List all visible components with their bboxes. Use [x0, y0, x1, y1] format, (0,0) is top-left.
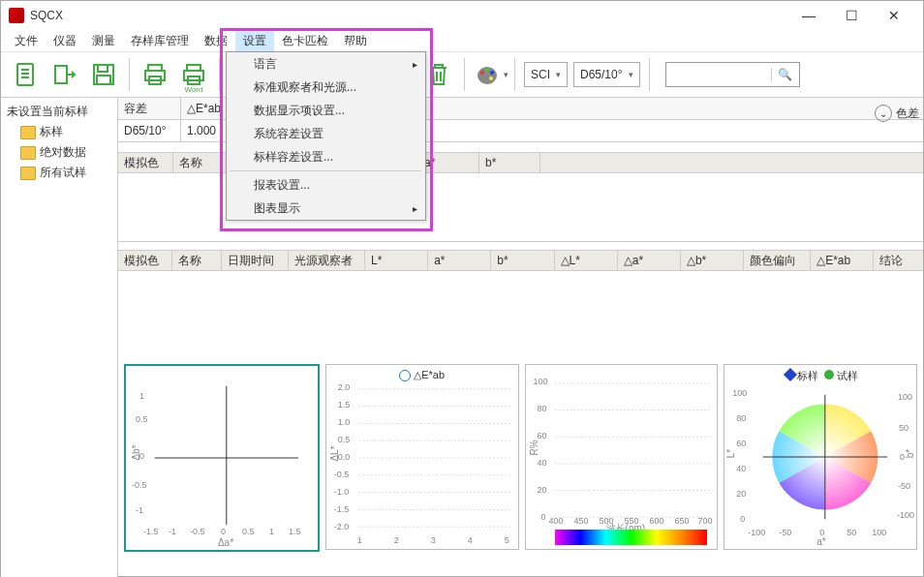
- print-button[interactable]: [138, 56, 172, 93]
- spectrum-bar: [555, 530, 708, 545]
- menu-instrument[interactable]: 仪器: [46, 31, 84, 51]
- menu-settings[interactable]: 设置: [235, 31, 274, 51]
- submenu-arrow-icon: ▸: [413, 203, 417, 214]
- sci-value: SCI: [531, 68, 550, 81]
- chart-color-space: 标样 试样: [724, 364, 917, 550]
- sample-grid-header: 模拟色 名称 日期时间 光源观察者 L* a* b* △L* △a* △b* 颜…: [118, 250, 923, 271]
- menu-data[interactable]: 数据: [197, 31, 235, 51]
- svg-point-13: [485, 68, 489, 72]
- sidebar: 未设置当前标样 标样 绝对数据 所有试样: [1, 98, 118, 577]
- titlebar: SQCX — ☐ ✕: [1, 1, 923, 30]
- menu-measure[interactable]: 测量: [84, 31, 123, 51]
- svg-rect-3: [98, 65, 108, 72]
- delete-button[interactable]: [421, 56, 456, 93]
- new-doc-button[interactable]: [9, 56, 44, 93]
- app-icon: [9, 8, 24, 23]
- export-button[interactable]: [47, 56, 82, 93]
- chart-spectrum: R% 100 80 60 40 20 0 400 450 500 550 600…: [525, 364, 719, 550]
- menu-display[interactable]: 数据显示项设置...: [227, 99, 425, 122]
- menu-stdtol[interactable]: 标样容差设置...: [227, 145, 425, 168]
- close-button[interactable]: ✕: [873, 2, 915, 29]
- chevron-down-icon: ⌄: [875, 105, 892, 122]
- tree-item-absolute[interactable]: 绝对数据: [5, 142, 113, 163]
- menu-colorcard[interactable]: 色卡匹检: [274, 31, 336, 51]
- charts-row: Δb* Δa* 1 0.5 0 -0.5 -1 -1.5 -1 -0.5 0 0…: [118, 358, 923, 558]
- menu-report[interactable]: 报表设置...: [227, 173, 425, 197]
- settings-dropdown: 语言▸ 标准观察者和光源... 数据显示项设置... 系统容差设置 标样容差设置…: [226, 51, 426, 221]
- search-icon[interactable]: 🔍: [771, 68, 799, 81]
- menu-help[interactable]: 帮助: [336, 31, 375, 51]
- tree-root[interactable]: 未设置当前标样: [5, 102, 113, 122]
- word-button[interactable]: Word: [176, 56, 211, 93]
- colordiff-toggle[interactable]: ⌄ 色差: [875, 105, 919, 122]
- svg-point-15: [489, 76, 493, 80]
- svg-rect-1: [55, 66, 67, 83]
- minimize-button[interactable]: —: [787, 2, 830, 29]
- menu-language[interactable]: 语言▸: [227, 52, 425, 76]
- tree-item-standard[interactable]: 标样: [5, 122, 113, 142]
- folder-icon: [20, 126, 36, 139]
- menu-library[interactable]: 存样库管理: [123, 31, 197, 51]
- svg-point-14: [490, 71, 494, 75]
- svg-rect-4: [97, 76, 110, 84]
- tolerance-label: 容差: [118, 98, 181, 119]
- menu-observer[interactable]: 标准观察者和光源...: [227, 76, 425, 99]
- sci-combo[interactable]: SCI▾: [524, 62, 568, 87]
- window-title: SQCX: [30, 9, 787, 22]
- maximize-button[interactable]: ☐: [830, 2, 873, 29]
- submenu-arrow-icon: ▸: [413, 59, 417, 70]
- menu-file[interactable]: 文件: [7, 31, 46, 51]
- svg-point-12: [480, 71, 484, 75]
- illuminant-value: D65/10°: [580, 68, 623, 81]
- folder-icon: [20, 167, 36, 180]
- search-input[interactable]: [666, 64, 771, 85]
- tree-item-samples[interactable]: 所有试样: [5, 163, 113, 183]
- menubar: 文件 仪器 测量 存样库管理 数据 设置 色卡匹检 帮助: [1, 30, 923, 52]
- menu-chartdisp[interactable]: 图表显示▸: [227, 197, 425, 220]
- menu-systol[interactable]: 系统容差设置: [227, 122, 425, 145]
- chart-ab-plane: Δb* Δa* 1 0.5 0 -0.5 -1 -1.5 -1 -0.5 0 0…: [124, 364, 320, 552]
- chart-deab: △E*ab ΔL* 2.0 1.5 1.0 0.5 0.0 -0.5 -1.0 …: [325, 364, 519, 550]
- search-box[interactable]: 🔍: [665, 62, 800, 87]
- folder-icon: [20, 146, 36, 160]
- toolbar: Word ▾ SCI▾ D65/10°▾ 🔍: [1, 52, 923, 98]
- illum-value: D65/10°: [118, 120, 181, 141]
- palette-button[interactable]: [473, 56, 502, 93]
- illuminant-combo[interactable]: D65/10°▾: [573, 62, 640, 87]
- save-button[interactable]: [86, 56, 121, 93]
